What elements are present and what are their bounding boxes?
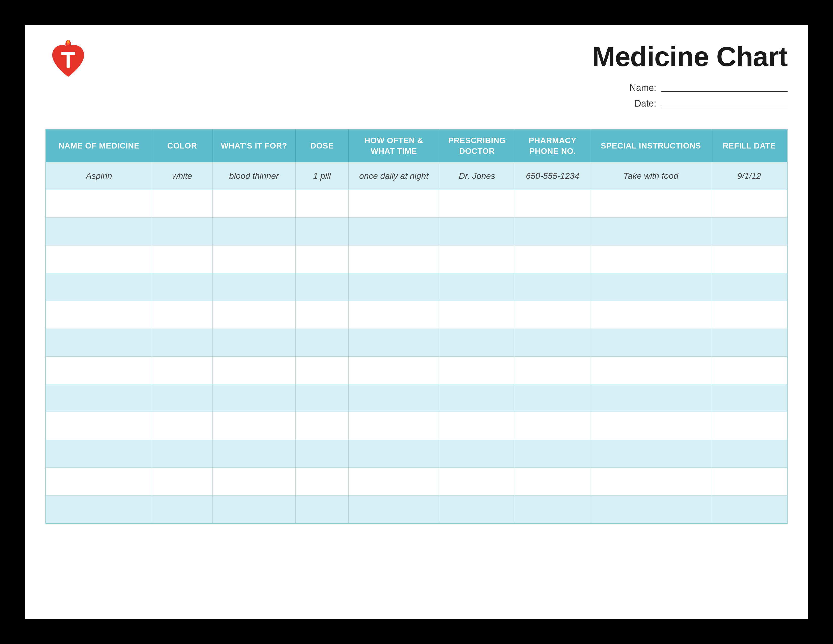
cell-dose[interactable] [296, 329, 349, 357]
cell-special[interactable] [590, 440, 711, 468]
cell-whats[interactable] [212, 301, 295, 329]
cell-refill[interactable] [711, 440, 787, 468]
cell-howoften[interactable] [348, 273, 439, 301]
cell-whats[interactable] [212, 329, 295, 357]
cell-howoften[interactable] [348, 218, 439, 245]
table-row[interactable] [46, 329, 787, 357]
cell-howoften[interactable]: once daily at night [348, 162, 439, 190]
cell-color[interactable] [152, 218, 212, 245]
cell-refill[interactable] [711, 245, 787, 273]
cell-color[interactable] [152, 385, 212, 412]
cell-name[interactable]: Aspirin [46, 162, 152, 190]
cell-pharmacy[interactable] [515, 385, 590, 412]
cell-prescribing[interactable] [439, 468, 515, 496]
cell-prescribing[interactable] [439, 357, 515, 385]
table-row[interactable] [46, 273, 787, 301]
cell-prescribing[interactable] [439, 190, 515, 218]
cell-howoften[interactable] [348, 440, 439, 468]
cell-whats[interactable] [212, 218, 295, 245]
cell-special[interactable]: Take with food [590, 162, 711, 190]
cell-dose[interactable] [296, 357, 349, 385]
cell-name[interactable] [46, 245, 152, 273]
cell-pharmacy[interactable] [515, 357, 590, 385]
cell-howoften[interactable] [348, 385, 439, 412]
cell-dose[interactable] [296, 218, 349, 245]
date-underline[interactable] [661, 100, 788, 107]
cell-dose[interactable] [296, 245, 349, 273]
name-underline[interactable] [661, 84, 788, 92]
cell-color[interactable] [152, 468, 212, 496]
cell-dose[interactable]: 1 pill [296, 162, 349, 190]
cell-refill[interactable] [711, 329, 787, 357]
cell-pharmacy[interactable] [515, 468, 590, 496]
cell-howoften[interactable] [348, 412, 439, 440]
table-row[interactable] [46, 385, 787, 412]
cell-dose[interactable] [296, 273, 349, 301]
cell-refill[interactable] [711, 357, 787, 385]
cell-prescribing[interactable] [439, 496, 515, 523]
cell-whats[interactable] [212, 385, 295, 412]
cell-color[interactable] [152, 273, 212, 301]
cell-whats[interactable] [212, 496, 295, 523]
cell-special[interactable] [590, 273, 711, 301]
cell-prescribing[interactable] [439, 273, 515, 301]
cell-refill[interactable] [711, 385, 787, 412]
cell-howoften[interactable] [348, 301, 439, 329]
table-row[interactable] [46, 245, 787, 273]
cell-howoften[interactable] [348, 496, 439, 523]
cell-refill[interactable] [711, 496, 787, 523]
cell-refill[interactable] [711, 301, 787, 329]
cell-special[interactable] [590, 329, 711, 357]
cell-whats[interactable]: blood thinner [212, 162, 295, 190]
cell-pharmacy[interactable] [515, 190, 590, 218]
table-row[interactable]: Aspirinwhiteblood thinner1 pillonce dail… [46, 162, 787, 190]
table-row[interactable] [46, 412, 787, 440]
cell-special[interactable] [590, 245, 711, 273]
cell-name[interactable] [46, 218, 152, 245]
cell-name[interactable] [46, 440, 152, 468]
cell-special[interactable] [590, 496, 711, 523]
cell-refill[interactable] [711, 273, 787, 301]
cell-prescribing[interactable]: Dr. Jones [439, 162, 515, 190]
cell-dose[interactable] [296, 301, 349, 329]
cell-name[interactable] [46, 468, 152, 496]
cell-whats[interactable] [212, 273, 295, 301]
cell-name[interactable] [46, 273, 152, 301]
table-row[interactable] [46, 440, 787, 468]
cell-color[interactable] [152, 357, 212, 385]
cell-pharmacy[interactable] [515, 273, 590, 301]
cell-pharmacy[interactable] [515, 440, 590, 468]
cell-prescribing[interactable] [439, 301, 515, 329]
cell-whats[interactable] [212, 245, 295, 273]
cell-color[interactable] [152, 412, 212, 440]
table-row[interactable] [46, 468, 787, 496]
cell-pharmacy[interactable] [515, 329, 590, 357]
cell-prescribing[interactable] [439, 412, 515, 440]
cell-name[interactable] [46, 385, 152, 412]
cell-special[interactable] [590, 412, 711, 440]
cell-refill[interactable]: 9/1/12 [711, 162, 787, 190]
cell-whats[interactable] [212, 468, 295, 496]
cell-name[interactable] [46, 357, 152, 385]
cell-color[interactable] [152, 496, 212, 523]
cell-color[interactable] [152, 329, 212, 357]
cell-whats[interactable] [212, 357, 295, 385]
cell-dose[interactable] [296, 412, 349, 440]
cell-whats[interactable] [212, 190, 295, 218]
cell-pharmacy[interactable] [515, 301, 590, 329]
cell-dose[interactable] [296, 468, 349, 496]
cell-whats[interactable] [212, 412, 295, 440]
cell-refill[interactable] [711, 190, 787, 218]
cell-pharmacy[interactable] [515, 245, 590, 273]
cell-color[interactable] [152, 440, 212, 468]
cell-prescribing[interactable] [439, 385, 515, 412]
table-row[interactable] [46, 496, 787, 523]
cell-name[interactable] [46, 301, 152, 329]
cell-color[interactable] [152, 190, 212, 218]
cell-howoften[interactable] [348, 357, 439, 385]
cell-color[interactable] [152, 245, 212, 273]
cell-howoften[interactable] [348, 190, 439, 218]
cell-special[interactable] [590, 357, 711, 385]
cell-howoften[interactable] [348, 468, 439, 496]
cell-whats[interactable] [212, 440, 295, 468]
